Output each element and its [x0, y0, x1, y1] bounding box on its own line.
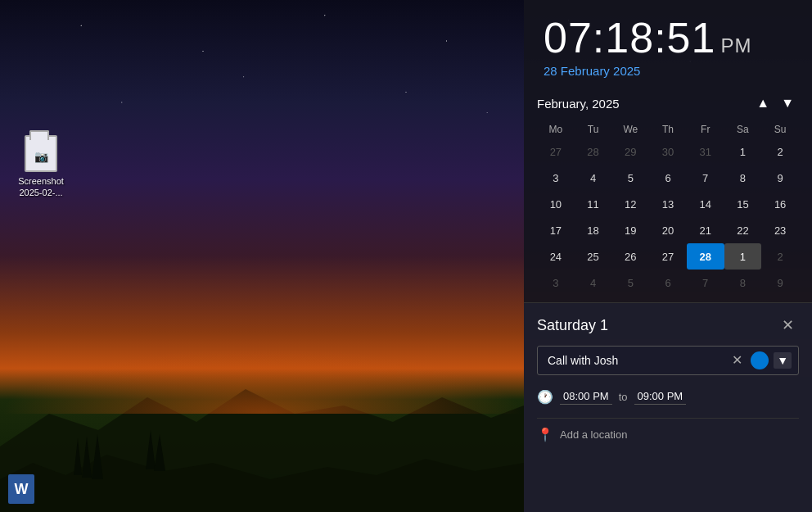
clock-display: 07:18:51 PM [544, 16, 792, 59]
event-panel: Saturday 1 ✕ ✕ ▼ 🕐 08:00 PM to 09:00 PM … [524, 302, 812, 512]
circle-icon [756, 356, 764, 365]
calendar-day[interactable]: 9 [761, 165, 799, 191]
calendar-day[interactable]: 21 [687, 217, 724, 243]
day-header-su: Su [761, 120, 799, 138]
calendar-week-2: 10111213141516 [537, 191, 799, 217]
event-header: Saturday 1 ✕ [537, 316, 799, 334]
clock-ampm: PM [720, 36, 751, 56]
location-icon: 📍 [537, 427, 553, 442]
calendar-day[interactable]: 6 [649, 165, 687, 191]
clock-icon: 🕐 [537, 389, 553, 405]
calendar-day[interactable]: 22 [724, 217, 762, 243]
event-location-placeholder[interactable]: Add a location [560, 428, 627, 441]
calendar-week-1: 3456789 [537, 165, 799, 191]
calendar-day[interactable]: 23 [761, 217, 799, 243]
calendar-day[interactable]: 11 [575, 191, 612, 217]
calendar-day[interactable]: 5 [611, 270, 649, 296]
calendar-week-5: 3456789 [537, 270, 799, 296]
calendar-next-btn[interactable]: ▼ [776, 94, 799, 112]
calendar-day-headers: Mo Tu We Th Fr Sa Su [537, 120, 799, 138]
calendar-day[interactable]: 20 [649, 217, 687, 243]
calendar-week-3: 17181920212223 [537, 217, 799, 243]
calendar-day[interactable]: 4 [575, 270, 612, 296]
calendar-day[interactable]: 9 [761, 270, 799, 296]
calendar-prev-btn[interactable]: ▲ [751, 94, 774, 112]
calendar-day[interactable]: 31 [687, 138, 724, 165]
calendar: February, 2025 ▲ ▼ Mo Tu We Th Fr Sa Su … [524, 88, 812, 302]
calendar-day[interactable]: 8 [724, 165, 762, 191]
event-title-row: ✕ ▼ [537, 346, 799, 375]
day-header-mo: Mo [537, 120, 575, 138]
calendar-day[interactable]: 15 [724, 191, 762, 217]
calendar-day[interactable]: 3 [537, 270, 575, 296]
day-header-th: Th [649, 120, 687, 138]
calendar-day[interactable]: 29 [611, 138, 649, 165]
calendar-day[interactable]: 6 [649, 270, 687, 296]
event-dropdown-button[interactable]: ▼ [774, 352, 792, 369]
calendar-day[interactable]: 7 [687, 165, 724, 191]
calendar-day[interactable]: 26 [611, 243, 649, 270]
calendar-nav: ▲ ▼ [751, 94, 799, 112]
calendar-day[interactable]: 30 [649, 138, 687, 165]
calendar-month-label: February, 2025 [537, 97, 620, 111]
calendar-day[interactable]: 14 [687, 191, 724, 217]
calendar-day[interactable]: 1 [724, 243, 762, 270]
event-start-time-button[interactable]: 08:00 PM [560, 388, 612, 405]
calendar-day[interactable]: 28 [687, 243, 724, 270]
file-icon: 📷 [25, 135, 57, 172]
calendar-body: 2728293031123456789101112131415161718192… [537, 138, 799, 296]
clock-date: 28 February 2025 [544, 64, 792, 78]
day-header-tu: Tu [575, 120, 612, 138]
calendar-day[interactable]: 12 [611, 191, 649, 217]
calendar-day[interactable]: 27 [537, 138, 575, 165]
calendar-week-0: 272829303112 [537, 138, 799, 165]
icon-label: Screenshot 2025-02-... [18, 175, 64, 199]
clock-section: 07:18:51 PM 28 February 2025 [524, 0, 812, 88]
right-panel: 07:18:51 PM 28 February 2025 February, 2… [524, 0, 812, 512]
event-time-row: 🕐 08:00 PM to 09:00 PM [537, 385, 799, 408]
calendar-day[interactable]: 13 [649, 191, 687, 217]
calendar-grid: Mo Tu We Th Fr Sa Su 2728293031123456789… [537, 120, 799, 296]
calendar-day[interactable]: 16 [761, 191, 799, 217]
calendar-day[interactable]: 2 [761, 138, 799, 165]
word-icon[interactable]: W [8, 474, 34, 504]
calendar-day[interactable]: 25 [575, 243, 612, 270]
calendar-day[interactable]: 5 [611, 165, 649, 191]
calendar-day[interactable]: 2 [761, 243, 799, 270]
calendar-week-4: 242526272812 [537, 243, 799, 270]
clock-time-value: 07:18:51 [544, 16, 715, 59]
calendar-day[interactable]: 8 [724, 270, 762, 296]
calendar-day[interactable]: 3 [537, 165, 575, 191]
mountain-silhouette [0, 348, 524, 512]
calendar-header: February, 2025 ▲ ▼ [537, 94, 799, 112]
day-header-fr: Fr [687, 120, 724, 138]
event-color-button[interactable] [751, 351, 769, 369]
calendar-day[interactable]: 17 [537, 217, 575, 243]
event-end-time-button[interactable]: 09:00 PM [634, 388, 687, 405]
calendar-day[interactable]: 10 [537, 191, 575, 217]
calendar-day[interactable]: 1 [724, 138, 762, 165]
event-title-input[interactable] [544, 347, 724, 374]
calendar-day[interactable]: 28 [575, 138, 612, 165]
event-title-clear-button[interactable]: ✕ [729, 352, 746, 369]
event-close-button[interactable]: ✕ [777, 316, 799, 334]
calendar-day[interactable]: 7 [687, 270, 724, 296]
calendar-day[interactable]: 27 [649, 243, 687, 270]
calendar-day[interactable]: 24 [537, 243, 575, 270]
calendar-day[interactable]: 19 [611, 217, 649, 243]
event-time-to: to [619, 391, 628, 403]
event-location-row: 📍 Add a location [537, 418, 799, 446]
event-day-label: Saturday 1 [537, 317, 608, 334]
calendar-day[interactable]: 4 [575, 165, 612, 191]
calendar-day[interactable]: 18 [575, 217, 612, 243]
day-header-sa: Sa [724, 120, 762, 138]
screenshot-icon[interactable]: 📷 Screenshot 2025-02-... [8, 135, 74, 199]
day-header-we: We [611, 120, 649, 138]
